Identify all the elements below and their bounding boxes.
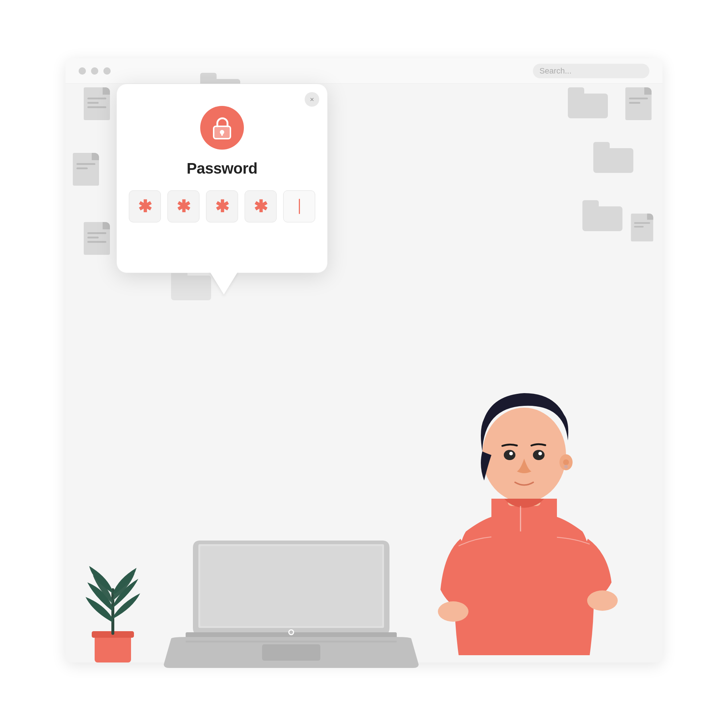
bg-folder-right-3: [583, 200, 622, 231]
password-title: Password: [187, 160, 257, 177]
browser-dot-3: [103, 67, 111, 75]
svg-point-15: [587, 590, 618, 611]
svg-rect-22: [186, 641, 397, 642]
svg-point-13: [538, 452, 542, 455]
pin-box-3[interactable]: ✱: [206, 190, 238, 222]
bg-doc-2: [73, 153, 99, 186]
bg-doc-right-1: [626, 87, 652, 120]
lock-icon: [211, 116, 232, 139]
plant: [73, 517, 153, 670]
svg-point-20: [289, 630, 293, 634]
scene: Search...: [37, 37, 691, 691]
pin-inputs: ✱ ✱ ✱ ✱: [129, 190, 315, 222]
svg-point-11: [509, 452, 513, 455]
person: [401, 342, 648, 670]
lock-circle: [200, 106, 244, 150]
svg-rect-17: [200, 546, 382, 626]
pin-box-5[interactable]: [283, 190, 315, 222]
pin-box-4[interactable]: ✱: [245, 190, 277, 222]
plant-svg: [73, 517, 153, 670]
close-button[interactable]: ×: [305, 92, 319, 107]
bg-folder-center: [171, 269, 211, 300]
svg-point-14: [438, 601, 468, 622]
bg-doc-1: [84, 87, 110, 120]
browser-dot-2: [91, 67, 98, 75]
laptop-svg: [164, 533, 419, 671]
pin-cursor: [299, 199, 300, 214]
svg-rect-21: [262, 644, 320, 661]
svg-point-12: [533, 450, 544, 460]
pin-value-1: ✱: [138, 197, 152, 216]
pin-value-2: ✱: [177, 197, 191, 216]
svg-rect-2: [221, 133, 223, 136]
pin-value-4: ✱: [254, 197, 268, 216]
svg-point-9: [564, 465, 568, 468]
pin-box-2[interactable]: ✱: [167, 190, 199, 222]
bg-doc-3: [84, 222, 110, 255]
svg-point-8: [563, 459, 569, 465]
svg-point-10: [504, 450, 515, 460]
bg-doc-right-2: [629, 211, 655, 244]
browser-search-bar[interactable]: Search...: [533, 64, 649, 78]
pin-box-1[interactable]: ✱: [129, 190, 161, 222]
browser-search-text: Search...: [540, 66, 572, 76]
bg-folder-right-1: [568, 87, 608, 118]
bg-folder-right-2: [593, 142, 633, 173]
pin-value-3: ✱: [215, 197, 229, 216]
svg-point-6: [482, 408, 566, 502]
password-dialog: × Password ✱ ✱ ✱ ✱: [116, 84, 327, 273]
browser-dot-1: [79, 67, 86, 75]
browser-topbar: Search...: [66, 58, 662, 84]
person-svg: [401, 342, 648, 670]
laptop: [164, 533, 382, 671]
